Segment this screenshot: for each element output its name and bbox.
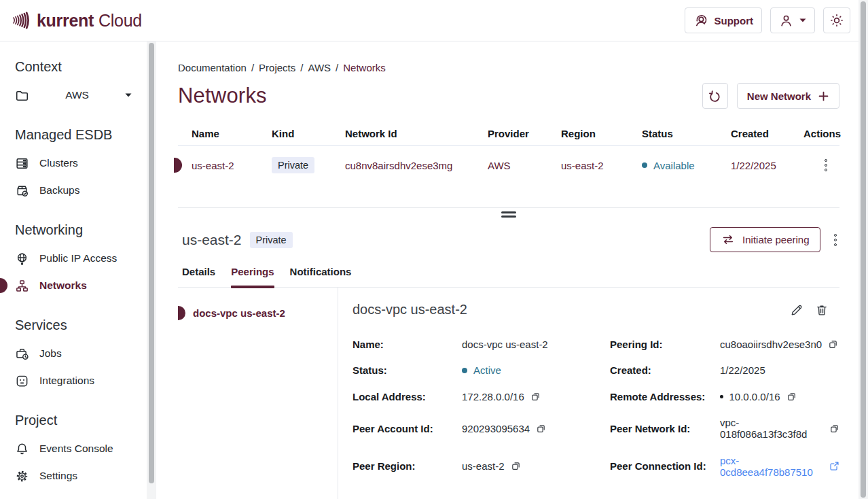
sidebar-item-label: Jobs	[39, 347, 62, 360]
refresh-button[interactable]	[702, 83, 728, 109]
logo-brand: kurrent	[37, 11, 94, 31]
breadcrumb-projects[interactable]: Projects	[259, 62, 295, 73]
peer-connection-link[interactable]: pcx-0cd8eea4f78b87510	[720, 455, 823, 478]
field-value-status: Active	[473, 364, 501, 376]
peering-list-pane: docs-vpc us-east-2	[178, 288, 338, 499]
tab-notifications[interactable]: Notifications	[290, 266, 352, 287]
sidebar-heading-services: Services	[15, 317, 140, 333]
row-provider: AWS	[488, 160, 561, 171]
sidebar-item-label: Public IP Access	[39, 252, 117, 264]
peering-list-item[interactable]: docs-vpc us-east-2	[182, 306, 338, 320]
table-header-row: Name Kind Network Id Provider Region Sta…	[178, 122, 839, 146]
sidebar-item-events-console[interactable]: Events Console	[15, 435, 140, 462]
list-bullet	[720, 395, 723, 398]
row-status: Available	[642, 160, 731, 171]
context-value: AWS	[29, 89, 125, 101]
sidebar-item-integrations[interactable]: Integrations	[15, 367, 140, 394]
globe-icon	[15, 252, 29, 266]
breadcrumb-documentation[interactable]: Documentation	[178, 62, 247, 73]
row-actions-kebab-button[interactable]	[822, 156, 831, 175]
new-network-button[interactable]: New Network	[737, 83, 839, 109]
field-label-peer-region: Peer Region:	[352, 460, 462, 472]
status-dot	[462, 368, 467, 373]
field-value-name: docs-vpc us-east-2	[462, 339, 548, 350]
initiate-peering-label: Initiate peering	[742, 234, 809, 245]
delete-peering-button[interactable]	[814, 302, 830, 318]
networks-table: Name Kind Network Id Provider Region Sta…	[178, 122, 839, 184]
sidebar-item-networks[interactable]: Networks	[15, 272, 140, 299]
field-label-local-address: Local Address:	[352, 391, 462, 402]
row-created: 1/22/2025	[731, 160, 803, 171]
main-scrollbar-thumb[interactable]	[861, 1, 866, 498]
sidebar-heading-managed-esdb: Managed ESDB	[15, 127, 140, 143]
copy-icon[interactable]	[786, 392, 797, 402]
selected-peering-marker	[178, 306, 185, 320]
column-header-actions: Actions	[803, 128, 841, 139]
breadcrumb-separator: /	[300, 62, 303, 73]
tab-peerings[interactable]: Peerings	[231, 266, 274, 287]
user-menu-button[interactable]	[770, 7, 815, 33]
field-label-name: Name:	[352, 339, 462, 350]
split-drag-handle[interactable]	[501, 211, 516, 220]
copy-icon[interactable]	[530, 392, 541, 402]
copy-icon[interactable]	[511, 461, 521, 471]
field-label-remote-addresses: Remote Addresses:	[610, 391, 720, 402]
row-name: us-east-2	[192, 160, 272, 171]
copy-icon[interactable]	[829, 424, 839, 434]
sidebar: Context AWS Managed ESDB	[0, 41, 147, 499]
panel-title: us-east-2	[182, 232, 242, 248]
sidebar-item-settings[interactable]: Settings	[15, 462, 140, 489]
support-button[interactable]: Support	[685, 7, 763, 33]
column-header-kind: Kind	[272, 128, 345, 139]
detail-tabs: Details Peerings Notifications	[178, 266, 839, 288]
external-link-icon[interactable]	[829, 461, 839, 471]
user-icon	[779, 14, 793, 28]
page-title: Networks	[178, 84, 267, 108]
breadcrumb-aws[interactable]: AWS	[308, 62, 331, 73]
sidebar-item-label: Networks	[39, 279, 87, 292]
field-label-status: Status:	[352, 364, 462, 376]
breadcrumb-current: Networks	[343, 62, 386, 73]
sidebar-item-clusters[interactable]: Clusters	[15, 150, 140, 177]
logo-product: Cloud	[98, 11, 142, 31]
briefcase-clock-icon	[15, 347, 29, 361]
kind-badge: Private	[272, 157, 314, 173]
status-label: Available	[653, 160, 695, 171]
backup-box-icon	[15, 184, 29, 198]
main-scrollbar[interactable]	[858, 0, 868, 499]
trash-icon	[815, 303, 829, 317]
column-header-network-id: Network Id	[345, 128, 488, 139]
field-label-peer-network-id: Peer Network Id:	[610, 423, 720, 434]
field-label-peering-id: Peering Id:	[610, 339, 720, 350]
sidebar-scrollbar-thumb[interactable]	[149, 43, 154, 483]
copy-icon[interactable]	[828, 339, 838, 349]
tab-details[interactable]: Details	[182, 266, 215, 287]
copy-icon[interactable]	[536, 424, 546, 434]
field-value-peering-id: cu8oaoiirsdhv2ese3n0	[720, 339, 822, 350]
bell-icon	[15, 442, 29, 456]
initiate-peering-button[interactable]: Initiate peering	[710, 227, 820, 252]
table-row[interactable]: us-east-2 Private cu8nv8airsdhv2ese3mg A…	[178, 146, 839, 184]
refresh-icon	[708, 89, 722, 103]
logo-text: kurrent Cloud	[37, 11, 142, 31]
panel-private-badge: Private	[250, 232, 293, 248]
plus-icon	[818, 90, 829, 102]
chevron-down-icon	[799, 18, 806, 22]
new-network-label: New Network	[747, 90, 811, 102]
sidebar-heading-project: Project	[15, 413, 140, 428]
sidebar-item-jobs[interactable]: Jobs	[15, 340, 140, 367]
sidebar-item-public-ip-access[interactable]: Public IP Access	[15, 245, 140, 272]
edit-peering-button[interactable]	[789, 302, 805, 318]
field-value-created: 1/22/2025	[720, 364, 765, 376]
kurrent-cloud-logo: kurrent Cloud	[12, 10, 142, 31]
active-item-marker	[0, 278, 7, 293]
sidebar-item-backups[interactable]: Backups	[15, 177, 140, 204]
field-label-peer-connection-id: Peer Connection Id:	[610, 460, 720, 472]
sidebar-scrollbar[interactable]	[147, 41, 156, 499]
peering-item-label: docs-vpc us-east-2	[193, 307, 285, 319]
context-selector[interactable]: AWS	[15, 82, 132, 109]
gear-icon	[15, 469, 29, 483]
theme-toggle-button[interactable]	[823, 7, 850, 33]
chevron-down-icon	[125, 93, 132, 97]
panel-kebab-button[interactable]	[831, 231, 840, 250]
